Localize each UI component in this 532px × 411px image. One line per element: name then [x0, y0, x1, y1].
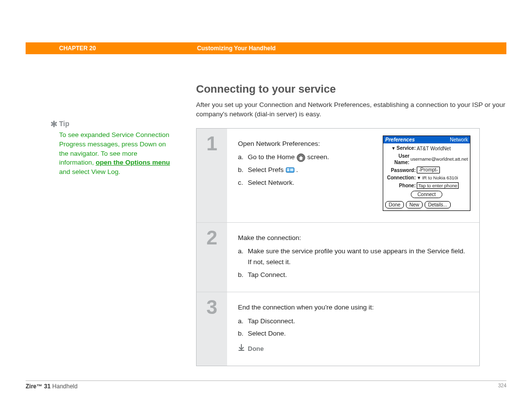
footer-product-rest: Handheld	[51, 383, 78, 390]
list-item: b. Tap Connect.	[238, 270, 470, 280]
step-2-list: a. Make sure the service profile you wan…	[238, 246, 470, 280]
text-pre: Select Prefs	[248, 166, 286, 173]
page-heading: Connecting to your service	[196, 83, 506, 96]
tip-sidebar: ✱ Tip To see expanded Service Connection…	[59, 119, 171, 176]
text-post: screen.	[307, 153, 329, 161]
list-text: Make sure the service profile you want t…	[248, 246, 470, 267]
step-3-list: a. Tap Disconnect. b. Select Done.	[238, 316, 470, 339]
step-number-cell: 3	[197, 292, 227, 366]
palm-category: Network	[450, 137, 468, 143]
svg-rect-4	[290, 169, 294, 171]
step-2-title: Make the connection:	[238, 233, 470, 243]
list-letter: b.	[238, 270, 248, 280]
done-label: Done	[248, 344, 264, 354]
list-item: b. Select Done.	[238, 328, 470, 339]
palm-details-button: Details...	[425, 201, 451, 208]
step-2: 2 Make the connection: a. Make sure the …	[197, 222, 479, 292]
main-content: Connecting to your service After you set…	[196, 83, 506, 366]
list-letter: c.	[238, 177, 248, 188]
phone-box: Tap to enter phone	[417, 182, 459, 189]
step-3: 3 End the connection when you're done us…	[197, 292, 479, 366]
chapter-header-bar: CHAPTER 20 Customizing Your Handheld	[26, 42, 506, 54]
palm-preferences-screenshot: Preferences Network ▼Service: AT&T World…	[383, 136, 470, 211]
list-text: Select Done.	[248, 328, 470, 339]
palm-bottom-buttons: Done New Details...	[383, 201, 470, 210]
palm-password-label: Password:	[385, 167, 417, 173]
step-number: 3	[206, 296, 217, 318]
palm-phone-value: Tap to enter phone	[417, 182, 468, 189]
tip-heading: Tip	[59, 119, 171, 129]
chapter-number-label: CHAPTER 20	[59, 45, 96, 52]
intro-paragraph: After you set up your Connection and Net…	[196, 101, 506, 119]
tip-link-open-options[interactable]: open the Options menu	[96, 159, 170, 166]
prefs-icon	[286, 166, 295, 174]
step-number: 1	[206, 133, 217, 155]
list-letter: b.	[238, 328, 248, 339]
password-box: -Prompt-	[417, 167, 440, 173]
palm-connection-value: ▼IR to Nokia 6310i	[417, 174, 468, 181]
step-3-title: End the connection when you're done usin…	[238, 302, 470, 313]
palm-titlebar: Preferences Network	[383, 136, 470, 144]
footer-page-number: 324	[498, 383, 506, 390]
list-text: Tap Disconnect.	[248, 316, 470, 327]
palm-service-value: AT&T WorldNet	[417, 145, 468, 152]
steps-container: 1 Open Network Preferences: a. Go to the…	[196, 128, 480, 366]
list-item: a. Make sure the service profile you wan…	[238, 246, 470, 267]
palm-connect-row: Connect	[385, 191, 468, 198]
step-body: Open Network Preferences: a. Go to the H…	[227, 129, 479, 222]
palm-new-button: New	[406, 201, 423, 208]
palm-phone-label: Phone:	[385, 182, 417, 189]
done-indicator: Done	[238, 344, 470, 354]
palm-body: ▼Service: AT&T WorldNet User Name: usern…	[383, 143, 470, 201]
list-letter: a.	[238, 152, 248, 163]
page-footer: Zire™ 31 Handheld 324	[26, 380, 506, 390]
svg-rect-3	[287, 170, 289, 171]
asterisk-icon: ✱	[50, 118, 58, 131]
palm-username-value: username@worldnet.att.net	[410, 157, 468, 162]
footer-product: Zire™ 31 Handheld	[26, 383, 77, 390]
list-letter: a.	[238, 316, 248, 327]
step-number-cell: 2	[197, 223, 227, 292]
label-text: Service:	[397, 145, 416, 151]
palm-service-label: ▼Service:	[385, 145, 417, 152]
step-1: 1 Open Network Preferences: a. Go to the…	[197, 129, 479, 222]
palm-title-text: Preferences	[385, 137, 415, 143]
svg-rect-2	[287, 169, 289, 170]
list-letter: a.	[238, 246, 248, 267]
list-item: a. Tap Disconnect.	[238, 316, 470, 327]
conn-text: IR to Nokia 6310i	[422, 175, 458, 180]
list-letter: b.	[238, 165, 248, 175]
palm-connect-button: Connect	[411, 191, 442, 198]
palm-password-value: -Prompt-	[417, 167, 468, 173]
step-number-cell: 1	[197, 129, 227, 222]
list-text: Tap Connect.	[248, 270, 470, 280]
footer-product-bold: Zire™ 31	[26, 383, 51, 390]
home-icon	[297, 153, 305, 162]
chapter-title: Customizing Your Handheld	[197, 45, 276, 52]
tip-body: To see expanded Service Connection Progr…	[59, 131, 171, 176]
step-body: End the connection when you're done usin…	[227, 292, 479, 366]
text-post: .	[296, 166, 298, 173]
tip-text-2: and select View Log.	[59, 168, 120, 175]
text-pre: Go to the Home	[248, 153, 297, 161]
palm-username-label: User Name:	[385, 153, 410, 166]
step-body: Make the connection: a. Make sure the se…	[227, 223, 479, 292]
palm-done-button: Done	[385, 201, 404, 208]
done-arrow-icon	[238, 344, 245, 354]
step-number: 2	[206, 227, 217, 249]
palm-connection-label: Connection:	[385, 174, 417, 181]
